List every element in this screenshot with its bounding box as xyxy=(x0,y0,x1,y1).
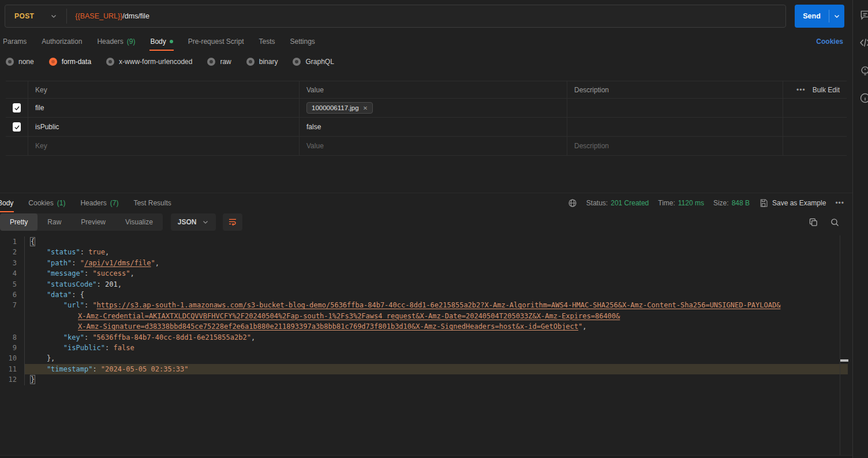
json-token: : xyxy=(72,259,80,267)
info-icon[interactable] xyxy=(859,92,868,104)
line-number: 2 xyxy=(0,247,25,257)
globe-icon[interactable] xyxy=(568,198,577,208)
response-meta: Status:201 Created Time:1120 ms Size:848… xyxy=(568,193,844,212)
view-mode-preview[interactable]: Preview xyxy=(71,213,115,231)
body-mode-label: binary xyxy=(259,58,278,66)
copy-icon[interactable] xyxy=(809,217,818,227)
json-link[interactable]: /api/v1/dms/file xyxy=(84,259,151,267)
line-content: "statusCode": 201, xyxy=(25,279,848,290)
send-button[interactable]: Send xyxy=(795,5,844,28)
line-number: 8 xyxy=(0,332,25,343)
json-token: "message" xyxy=(47,269,84,277)
request-url-bar: POST {{BASE_URL}}/dms/file xyxy=(5,5,786,28)
json-token: : xyxy=(84,269,92,277)
viewer-tools xyxy=(809,217,840,227)
code-icon[interactable] xyxy=(859,37,868,48)
json-token: 201 xyxy=(105,280,118,288)
response-body-editor[interactable]: 1{2"status": true,3"path": "/api/v1/dms/… xyxy=(0,235,852,455)
json-token: : xyxy=(72,291,80,299)
body-mode-x-www-form-urlencoded[interactable]: x-www-form-urlencoded xyxy=(106,58,192,66)
radio-icon xyxy=(207,58,215,66)
code-line: 11"timestamp": "2024-05-05 02:35:33" xyxy=(0,364,852,374)
body-mode-none[interactable]: none xyxy=(6,58,34,66)
description-cell[interactable] xyxy=(567,118,783,136)
json-token: "path" xyxy=(47,259,72,267)
description-cell[interactable] xyxy=(567,99,783,117)
tab-pre-request-script[interactable]: Pre-request Script xyxy=(188,32,245,51)
table-header-row: Key Value Description ••• Bulk Edit xyxy=(6,81,847,99)
request-tabs: ParamsAuthorizationHeaders(9)BodyPre-req… xyxy=(2,32,316,51)
body-mode-binary[interactable]: binary xyxy=(246,58,278,66)
tab-label: Tests xyxy=(259,37,275,46)
checkbox-checked[interactable] xyxy=(13,122,21,132)
save-as-example-button[interactable]: Save as Example xyxy=(759,198,826,208)
json-token: " xyxy=(92,301,96,309)
row-checkbox-cell xyxy=(6,99,28,117)
response-tabs: BodyCookies(1)Headers(7)Test Results xyxy=(0,193,172,212)
row-actions-cell xyxy=(783,137,847,155)
scrollbar-thumb[interactable] xyxy=(840,359,848,362)
json-link[interactable]: X-Amz-Signature=d38338bbd845ce75228ef2e6… xyxy=(78,322,578,331)
more-horizontal-icon[interactable]: ••• xyxy=(796,86,806,94)
response-tab-headers[interactable]: Headers(7) xyxy=(80,193,119,212)
tab-label: Headers xyxy=(97,37,123,46)
response-tab-test-results[interactable]: Test Results xyxy=(133,193,171,212)
lightbulb-icon[interactable] xyxy=(859,65,868,76)
check-icon xyxy=(14,105,20,111)
method-dropdown[interactable]: POST xyxy=(5,12,66,20)
response-tab-body[interactable]: Body xyxy=(0,193,14,212)
json-token: : xyxy=(105,344,113,352)
body-mode-form-data[interactable]: form-data xyxy=(49,58,91,66)
body-mode-graphql[interactable]: GraphQL xyxy=(293,58,334,66)
view-mode-pretty[interactable]: Pretty xyxy=(0,213,38,231)
body-mode-raw[interactable]: raw xyxy=(207,58,231,66)
file-chip[interactable]: 1000006117.jpg✕ xyxy=(306,102,373,114)
comment-icon[interactable] xyxy=(859,9,868,21)
view-mode-visualize[interactable]: Visualize xyxy=(115,213,163,231)
code-line: 9"isPublic": false xyxy=(0,343,852,353)
value-cell[interactable]: Value xyxy=(299,137,567,155)
line-content: "data": { xyxy=(25,290,848,300)
close-icon[interactable]: ✕ xyxy=(363,105,368,111)
response-more-button[interactable]: ••• xyxy=(835,199,844,207)
size-value: 848 B xyxy=(732,199,750,207)
line-number xyxy=(0,311,25,321)
cookies-link[interactable]: Cookies xyxy=(816,37,843,46)
tab-authorization[interactable]: Authorization xyxy=(41,32,83,51)
method-label: POST xyxy=(14,12,34,20)
view-mode-raw[interactable]: Raw xyxy=(38,213,71,231)
tab-count: (9) xyxy=(127,37,136,46)
line-content: X-Amz-Signature=d38338bbd845ce75228ef2e6… xyxy=(25,321,848,332)
language-dropdown[interactable]: JSON xyxy=(171,213,216,231)
url-input[interactable]: {{BASE_URL}}/dms/file xyxy=(67,12,149,20)
description-cell[interactable]: Description xyxy=(567,137,783,155)
tab-settings[interactable]: Settings xyxy=(290,32,316,51)
code-line: 4"message": "success", xyxy=(0,268,852,279)
tab-params[interactable]: Params xyxy=(2,32,27,51)
send-options-button[interactable] xyxy=(829,13,844,20)
line-number: 6 xyxy=(0,290,25,300)
tab-headers[interactable]: Headers(9) xyxy=(96,32,136,51)
wrap-text-button[interactable] xyxy=(223,213,242,231)
checkbox-checked[interactable] xyxy=(13,103,21,112)
key-cell[interactable]: file xyxy=(28,99,299,117)
tab-body[interactable]: Body xyxy=(149,32,173,51)
search-icon[interactable] xyxy=(830,217,840,227)
code-line: 5"statusCode": 201, xyxy=(0,279,852,290)
json-link[interactable]: https://s3.ap-south-1.amazonaws.com/s3-b… xyxy=(97,301,781,309)
json-token: : xyxy=(84,301,92,309)
bulk-edit-button[interactable]: Bulk Edit xyxy=(813,86,840,94)
radio-icon xyxy=(293,58,301,66)
code-line: 1{ xyxy=(0,236,852,247)
value-cell[interactable]: 1000006117.jpg✕ xyxy=(299,99,567,117)
key-cell[interactable]: isPublic xyxy=(28,118,299,136)
response-tab-cookies[interactable]: Cookies(1) xyxy=(28,193,66,212)
line-number: 7 xyxy=(0,300,25,310)
radio-icon xyxy=(106,58,114,66)
body-mode-label: none xyxy=(18,58,34,66)
row-checkbox-cell xyxy=(6,118,28,136)
key-cell[interactable]: Key xyxy=(28,137,299,155)
json-link[interactable]: X-Amz-Credential=AKIAXTXLDCQVVBFHVCFY%2F… xyxy=(78,312,620,320)
value-cell[interactable]: false xyxy=(299,118,567,136)
tab-tests[interactable]: Tests xyxy=(258,32,275,51)
